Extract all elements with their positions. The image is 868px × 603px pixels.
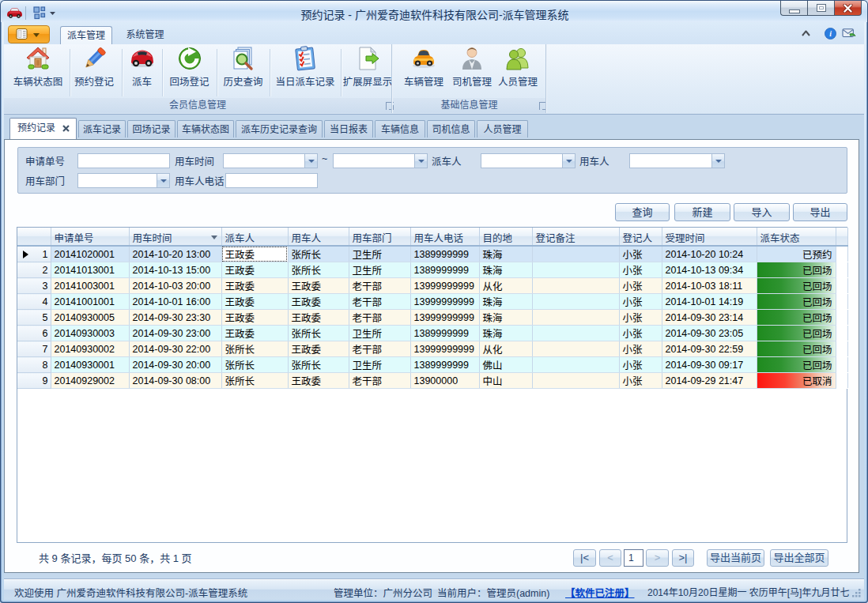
svg-text:i: i: [829, 29, 832, 38]
